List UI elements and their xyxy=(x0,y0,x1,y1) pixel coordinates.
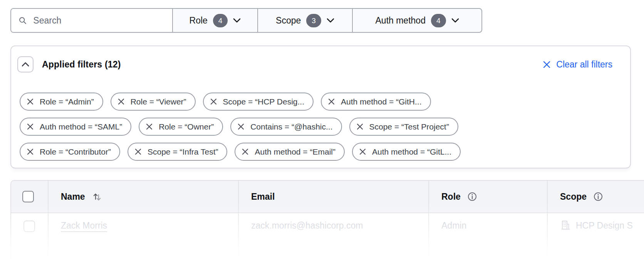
filter-tag: Role = “Viewer” xyxy=(111,93,196,111)
applied-filters-title: Applied filters (12) xyxy=(42,59,121,70)
search-field[interactable] xyxy=(11,9,173,32)
user-scope: HCP Design S xyxy=(576,221,633,231)
column-label: Role xyxy=(441,192,461,202)
x-icon xyxy=(117,98,125,105)
collapse-filters-button[interactable] xyxy=(17,56,34,72)
dismiss-filter-button[interactable] xyxy=(27,148,34,155)
building-icon xyxy=(560,220,571,231)
search-input[interactable] xyxy=(33,15,165,26)
table-header-row: Name Email Role Scope xyxy=(11,181,644,213)
scope-cell: HCP Design S xyxy=(547,213,644,266)
x-icon xyxy=(356,123,364,130)
filter-tag: Scope = “Infra Test” xyxy=(127,143,227,161)
column-header-name: Name xyxy=(48,181,238,212)
row-select-cell xyxy=(11,213,48,266)
filter-tag-label: Auth method = “SAML” xyxy=(40,122,122,131)
filter-tag-row: Role = “Admin” Role = “Viewer” Scope = “… xyxy=(20,93,622,111)
filter-dropdown-scope[interactable]: Scope 3 xyxy=(257,9,352,32)
users-table: Name Email Role Scope xyxy=(10,180,644,266)
applied-filters-panel: Applied filters (12) Clear all filters R… xyxy=(10,45,631,168)
email-cell: zack.morris@hashicorp.com xyxy=(238,213,428,266)
dismiss-filter-button[interactable] xyxy=(27,98,34,105)
filter-tag: Auth method = “SAML” xyxy=(20,118,131,136)
select-all-checkbox[interactable] xyxy=(22,191,34,202)
filter-tag-label: Auth method = “GitH... xyxy=(341,97,422,106)
dropdown-label: Scope xyxy=(276,15,301,26)
x-icon xyxy=(542,60,551,69)
filter-tag-label: Contains = “@hashic... xyxy=(250,122,332,131)
sort-icon[interactable] xyxy=(92,191,102,202)
x-icon xyxy=(134,148,142,155)
column-label: Scope xyxy=(560,192,587,202)
dropdown-label: Auth method xyxy=(376,15,426,26)
dropdown-label: Role xyxy=(190,15,208,26)
x-icon xyxy=(27,98,34,105)
filter-tag-label: Scope = “Test Project” xyxy=(369,122,449,131)
filter-count-badge: 3 xyxy=(306,14,321,27)
select-all-cell xyxy=(11,181,48,212)
dismiss-filter-button[interactable] xyxy=(210,98,217,105)
x-icon xyxy=(210,98,217,105)
filter-tag-label: Auth method = “GitL... xyxy=(372,147,451,157)
chevron-down-icon xyxy=(233,18,241,23)
dismiss-filter-button[interactable] xyxy=(27,123,34,130)
clear-all-label: Clear all filters xyxy=(556,59,612,70)
filter-tag: Contains = “@hashic... xyxy=(230,118,342,136)
x-icon xyxy=(359,148,366,155)
user-role: Admin xyxy=(441,221,466,231)
filter-tag-row: Auth method = “SAML” Role = “Owner” Cont… xyxy=(20,118,622,136)
user-name-link[interactable]: Zack Morris xyxy=(61,221,107,231)
info-icon[interactable] xyxy=(593,192,603,202)
filter-toolbar: Role 4 Scope 3 Auth method 4 xyxy=(10,8,482,33)
name-cell: Zack Morris xyxy=(48,213,238,266)
x-icon xyxy=(237,123,245,130)
chevron-down-icon xyxy=(451,18,459,23)
dismiss-filter-button[interactable] xyxy=(134,148,142,155)
column-header-role: Role xyxy=(428,181,547,212)
role-cell: Admin xyxy=(428,213,547,266)
filter-tag-row: Role = “Contributor” Scope = “Infra Test… xyxy=(20,143,622,161)
filter-tag: Auth method = “GitL... xyxy=(352,143,461,161)
x-icon xyxy=(328,98,335,105)
filter-count-badge: 4 xyxy=(431,14,446,27)
row-checkbox[interactable] xyxy=(23,221,35,232)
dismiss-filter-button[interactable] xyxy=(242,148,249,155)
filter-tag: Role = “Owner” xyxy=(139,118,223,136)
table-row: Zack Morris zack.morris@hashicorp.com Ad… xyxy=(11,213,644,266)
filter-tag-label: Auth method = “Email” xyxy=(255,147,335,157)
dismiss-filter-button[interactable] xyxy=(117,98,125,105)
filter-tags: Role = “Admin” Role = “Viewer” Scope = “… xyxy=(20,93,622,161)
info-icon[interactable] xyxy=(467,192,477,202)
filter-dropdown-auth-method[interactable]: Auth method 4 xyxy=(352,9,481,32)
column-header-email: Email xyxy=(238,181,428,212)
x-icon xyxy=(27,148,34,155)
filter-tag-label: Scope = “HCP Desig... xyxy=(223,97,304,106)
column-header-scope: Scope xyxy=(547,181,644,212)
filter-tag-label: Scope = “Infra Test” xyxy=(148,147,218,157)
dismiss-filter-button[interactable] xyxy=(328,98,335,105)
filter-tag: Role = “Admin” xyxy=(20,93,103,111)
filter-tag: Scope = “HCP Desig... xyxy=(203,93,314,111)
dismiss-filter-button[interactable] xyxy=(359,148,366,155)
filter-tag: Auth method = “GitH... xyxy=(321,93,431,111)
filter-tag-label: Role = “Viewer” xyxy=(131,97,186,106)
dismiss-filter-button[interactable] xyxy=(146,123,153,130)
filter-dropdown-role[interactable]: Role 4 xyxy=(173,9,257,32)
chevron-up-icon xyxy=(22,62,29,67)
x-icon xyxy=(146,123,153,130)
x-icon xyxy=(27,123,34,130)
column-label: Email xyxy=(251,192,275,202)
applied-filters-header: Applied filters (12) Clear all filters xyxy=(17,56,612,72)
column-label: Name xyxy=(61,192,85,202)
filter-tag-label: Role = “Admin” xyxy=(40,97,94,106)
clear-all-filters-button[interactable]: Clear all filters xyxy=(542,59,612,70)
search-icon xyxy=(18,15,27,25)
filter-tag: Role = “Contributor” xyxy=(20,143,120,161)
dismiss-filter-button[interactable] xyxy=(237,123,245,130)
filter-tag-label: Role = “Owner” xyxy=(159,122,214,131)
filter-tag: Scope = “Test Project” xyxy=(349,118,458,136)
filter-tag-label: Role = “Contributor” xyxy=(40,147,111,157)
x-icon xyxy=(242,148,249,155)
user-email: zack.morris@hashicorp.com xyxy=(251,221,363,231)
dismiss-filter-button[interactable] xyxy=(356,123,364,130)
